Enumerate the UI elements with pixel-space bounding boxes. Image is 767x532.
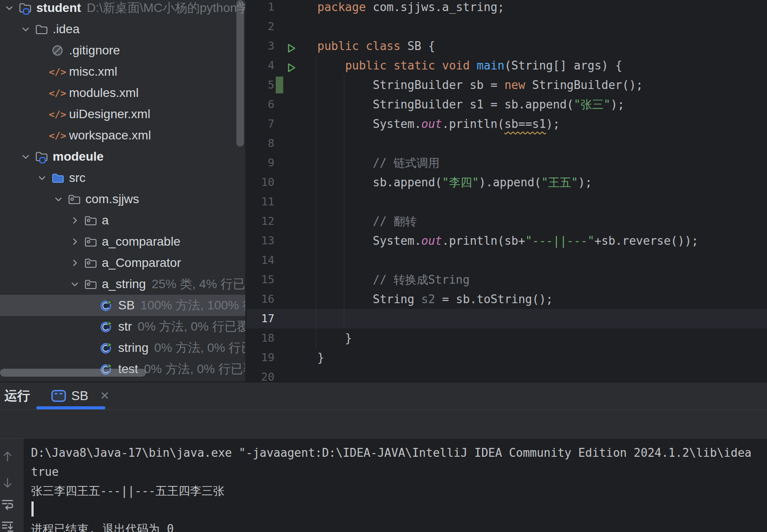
line-number[interactable]: 6 bbox=[247, 95, 274, 114]
line-number[interactable]: 3 bbox=[247, 36, 274, 56]
tree-item-misc.xml[interactable]: </>misc.xml bbox=[0, 61, 245, 82]
line-number[interactable]: 13 bbox=[247, 231, 274, 251]
tree-item-label: .gitignore bbox=[69, 43, 120, 58]
ignore-icon bbox=[50, 43, 65, 58]
editor-line-14: 14 bbox=[247, 251, 767, 270]
editor-line-1: 1package com.sjjws.a_string; bbox=[247, 0, 767, 17]
line-number[interactable]: 4 bbox=[247, 56, 274, 75]
line-number[interactable]: 12 bbox=[247, 212, 274, 231]
run-tab-sb[interactable]: SB ✕ bbox=[51, 389, 109, 403]
chevron-down-icon[interactable] bbox=[69, 278, 81, 290]
line-number[interactable]: 1 bbox=[247, 0, 274, 17]
tree-item-label: modeule bbox=[53, 150, 104, 164]
tree-item-com.sjjws[interactable]: com.sjjws bbox=[0, 189, 245, 210]
class-run-icon bbox=[100, 298, 114, 312]
chevron-down-icon[interactable] bbox=[20, 23, 31, 35]
line-number[interactable]: 2 bbox=[247, 17, 274, 36]
tree-item-uiDesigner.xml[interactable]: </>uiDesigner.xml bbox=[0, 104, 245, 125]
chevron-spacer bbox=[36, 45, 48, 56]
chevron-spacer bbox=[36, 108, 48, 120]
code-text[interactable]: // 翻转 bbox=[317, 212, 416, 231]
chevron-down-icon[interactable] bbox=[4, 2, 15, 14]
editor-line-7: 7 System.out.println(sb==s1); bbox=[247, 114, 767, 134]
package-icon bbox=[83, 213, 97, 227]
code-text[interactable]: String s2 = sb.toString(); bbox=[317, 289, 553, 309]
close-icon[interactable]: ✕ bbox=[100, 389, 110, 403]
code-text[interactable]: public class SB { bbox=[317, 36, 435, 56]
tree-item-a_comparable[interactable]: a_comparable bbox=[0, 231, 245, 252]
line-number[interactable]: 20 bbox=[247, 367, 274, 382]
editor-line-13: 13 System.out.println(sb+"---||---"+sb.r… bbox=[247, 231, 767, 251]
code-text[interactable]: System.out.println(sb+"---||---"+sb.reve… bbox=[317, 231, 698, 251]
project-horizontal-scrollbar[interactable] bbox=[0, 369, 146, 377]
chevron-down-icon[interactable] bbox=[20, 151, 31, 162]
chevron-down-icon[interactable] bbox=[53, 193, 64, 205]
line-number[interactable]: 5 bbox=[247, 75, 274, 95]
folder-icon bbox=[34, 22, 48, 36]
tree-item-student[interactable]: studentD:\新桌面\MC小杨的python学习文 bbox=[0, 0, 245, 19]
line-number[interactable]: 18 bbox=[247, 328, 274, 348]
line-number[interactable]: 17 bbox=[247, 309, 274, 328]
line-number[interactable]: 15 bbox=[247, 270, 274, 289]
chevron-spacer bbox=[85, 342, 97, 354]
chevron-right-icon[interactable] bbox=[69, 257, 81, 269]
tree-item-str[interactable]: str0% 方法, 0% 行已覆盖 bbox=[0, 316, 245, 337]
project-vertical-scrollbar[interactable] bbox=[236, 0, 244, 146]
run-gutter-icon[interactable] bbox=[285, 60, 297, 71]
editor-line-19: 19} bbox=[247, 348, 767, 367]
code-text[interactable]: // 转换成String bbox=[317, 270, 470, 289]
tree-item-label: SB bbox=[118, 298, 135, 312]
code-text[interactable]: sb.append("李四").append("王五"); bbox=[317, 173, 592, 192]
module-folder-icon bbox=[34, 150, 48, 164]
tree-item-label: misc.xml bbox=[69, 65, 117, 79]
line-number[interactable]: 14 bbox=[247, 251, 274, 270]
editor-line-2: 2 bbox=[247, 17, 767, 36]
editor-line-20: 20 bbox=[247, 367, 767, 382]
xml-icon: </> bbox=[50, 86, 65, 100]
tree-item-label: str bbox=[118, 320, 132, 334]
tree-item-a[interactable]: a bbox=[0, 210, 245, 231]
console-window-icon bbox=[51, 390, 66, 402]
tree-item-.idea[interactable]: .idea bbox=[0, 19, 245, 40]
tree-item-src[interactable]: src bbox=[0, 167, 245, 189]
code-editor[interactable]: 1package com.sjjws.a_string;23public cla… bbox=[247, 0, 767, 382]
line-number[interactable]: 9 bbox=[247, 153, 274, 173]
tree-item-a_string[interactable]: a_string25% 类, 4% 行已覆盖 bbox=[0, 274, 245, 295]
code-text[interactable]: // 链式调用 bbox=[317, 153, 439, 173]
chevron-right-icon[interactable] bbox=[69, 236, 81, 247]
chevron-right-icon[interactable] bbox=[69, 215, 81, 226]
tree-item-modules.xml[interactable]: </>modules.xml bbox=[0, 82, 245, 104]
line-number[interactable]: 19 bbox=[247, 348, 274, 367]
tree-item-label: src bbox=[69, 171, 85, 185]
run-panel-header: 运行 SB ✕ bbox=[0, 382, 767, 409]
run-gutter-icon[interactable] bbox=[285, 40, 297, 52]
tree-item-a_Comparator[interactable]: a_Comparator bbox=[0, 252, 245, 274]
line-number[interactable]: 16 bbox=[247, 289, 274, 309]
line-number[interactable]: 11 bbox=[247, 192, 274, 212]
code-text[interactable]: StringBuilder s1 = sb.append("张三"); bbox=[317, 95, 624, 114]
code-text[interactable]: public static void main(String[] args) { bbox=[317, 56, 622, 75]
code-text[interactable]: StringBuilder sb = new StringBuilder(); bbox=[317, 75, 643, 95]
console-line-2: true bbox=[31, 463, 59, 482]
chevron-down-icon[interactable] bbox=[36, 172, 48, 184]
tree-item-.gitignore[interactable]: .gitignore bbox=[0, 40, 245, 61]
tree-item-label: student bbox=[36, 1, 81, 15]
chevron-spacer bbox=[36, 87, 48, 99]
code-text[interactable]: } bbox=[317, 348, 324, 367]
code-text[interactable]: } bbox=[317, 328, 352, 348]
code-text[interactable]: package com.sjjws.a_string; bbox=[317, 0, 505, 17]
editor-line-15: 15 // 转换成String bbox=[247, 270, 767, 289]
line-number[interactable]: 7 bbox=[247, 114, 274, 134]
line-number[interactable]: 8 bbox=[247, 134, 274, 153]
editor-line-10: 10 sb.append("李四").append("王五"); bbox=[247, 173, 767, 192]
tree-item-SB[interactable]: SB100% 方法, 100% 行已覆盖 bbox=[0, 295, 245, 316]
xml-icon: </> bbox=[50, 107, 65, 121]
line-number[interactable]: 10 bbox=[247, 173, 274, 192]
code-text[interactable]: System.out.println(sb==s1); bbox=[317, 114, 560, 134]
tree-item-workspace.xml[interactable]: </>workspace.xml bbox=[0, 125, 245, 146]
console-line-5: 进程已结束, 退出代码为 0 bbox=[31, 520, 174, 532]
tree-item-modeule[interactable]: modeule bbox=[0, 146, 245, 167]
editor-line-11: 11 bbox=[247, 192, 767, 212]
tree-item-string[interactable]: string0% 方法, 0% 行已覆盖 bbox=[0, 337, 245, 359]
run-console[interactable]: D:\Java8\Java-17\bin\java.exe "-javaagen… bbox=[0, 439, 767, 532]
